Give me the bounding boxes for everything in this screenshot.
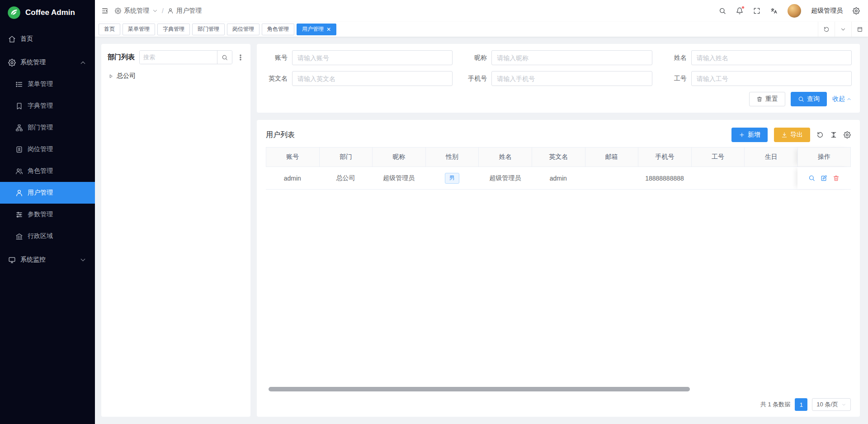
- chevron-down-icon: [841, 402, 846, 407]
- screen-icon: [857, 26, 863, 33]
- department-tree: 总公司: [108, 70, 244, 82]
- column-header-account[interactable]: 账号: [266, 148, 319, 167]
- search-icon: [798, 96, 804, 102]
- sidebar-item-menu-mgmt[interactable]: 菜单管理: [0, 73, 95, 95]
- field-label: 工号: [664, 75, 691, 83]
- sidebar-item-monitor[interactable]: 系统监控: [0, 249, 95, 271]
- user-icon: [167, 8, 174, 14]
- cell-gender: 男: [425, 167, 479, 189]
- refresh-tab-button[interactable]: [818, 22, 835, 37]
- column-header-en-name[interactable]: 英文名: [532, 148, 585, 167]
- column-header-name[interactable]: 姓名: [478, 148, 532, 167]
- cell-dept: 总公司: [319, 167, 373, 189]
- form-item-phone: 手机号: [464, 71, 652, 86]
- collapse-button[interactable]: 收起: [832, 95, 852, 103]
- chevron-down-icon[interactable]: [152, 8, 158, 14]
- sidebar-item-role-mgmt[interactable]: 角色管理: [0, 160, 95, 182]
- sidebar-item-label: 用户管理: [28, 189, 53, 197]
- notifications-button[interactable]: [736, 7, 743, 14]
- column-settings-gear-icon[interactable]: [844, 131, 851, 138]
- sidebar-menu: 首页 系统管理 菜单管理 字典管理 部门管理: [0, 25, 95, 424]
- sidebar-item-region-mgmt[interactable]: 行政区域: [0, 225, 95, 247]
- close-icon[interactable]: ✕: [326, 27, 331, 32]
- column-header-nickname[interactable]: 昵称: [372, 148, 425, 167]
- cell-phone: 18888888888: [638, 167, 691, 189]
- sidebar-item-dept-mgmt[interactable]: 部门管理: [0, 117, 95, 138]
- sidebar-item-label: 角色管理: [28, 167, 53, 175]
- app-logo[interactable]: Coffee Admin: [0, 0, 95, 25]
- sidebar-item-label: 首页: [20, 35, 33, 43]
- top-bar: 系统管理 / 用户管理 超级管理员: [95, 0, 868, 22]
- tab-home[interactable]: 首页: [99, 24, 120, 35]
- phone-input[interactable]: [491, 71, 652, 86]
- gear-icon: [8, 59, 16, 67]
- search-icon[interactable]: [719, 7, 726, 14]
- cell-work-no: [691, 167, 745, 189]
- username[interactable]: 超级管理员: [811, 7, 843, 15]
- query-button[interactable]: 查询: [791, 92, 827, 106]
- work-no-input[interactable]: [691, 71, 852, 86]
- user-icon: [15, 189, 23, 197]
- cell-account: admin: [266, 167, 319, 189]
- table-row[interactable]: admin 总公司 超级管理员 男 超级管理员 admin 1888888888…: [266, 167, 851, 190]
- export-button[interactable]: 导出: [774, 128, 810, 142]
- column-header-email[interactable]: 邮箱: [585, 148, 638, 167]
- column-header-phone[interactable]: 手机号: [638, 148, 691, 167]
- account-input[interactable]: [292, 50, 453, 65]
- sidebar-item-label: 部门管理: [28, 124, 53, 132]
- field-label: 账号: [265, 54, 292, 62]
- sidebar-item-label: 系统监控: [20, 256, 46, 264]
- avatar[interactable]: [788, 4, 801, 18]
- column-header-work-no[interactable]: 工号: [691, 148, 745, 167]
- add-button[interactable]: 新增: [731, 128, 768, 142]
- column-header-gender[interactable]: 性别: [425, 148, 479, 167]
- view-icon[interactable]: [808, 175, 815, 181]
- breadcrumb: 系统管理 / 用户管理: [115, 7, 202, 15]
- en-name-input[interactable]: [292, 71, 453, 86]
- tab-role-mgmt[interactable]: 角色管理: [262, 24, 294, 35]
- tab-menu-mgmt[interactable]: 菜单管理: [123, 24, 155, 35]
- tab-dict-mgmt[interactable]: 字典管理: [157, 24, 190, 35]
- sidebar-item-home[interactable]: 首页: [0, 28, 95, 50]
- sidebar-item-dict-mgmt[interactable]: 字典管理: [0, 95, 95, 117]
- tab-dept-mgmt[interactable]: 部门管理: [192, 24, 225, 35]
- department-search-button[interactable]: [217, 51, 232, 64]
- search-icon: [222, 54, 228, 61]
- column-header-dept[interactable]: 部门: [319, 148, 373, 167]
- department-search-input[interactable]: [140, 51, 217, 64]
- content-fullscreen-button[interactable]: [851, 22, 868, 37]
- reset-button[interactable]: 重置: [749, 92, 785, 106]
- user-list-actions: 新增 导出: [731, 128, 851, 142]
- bank-icon: [15, 233, 23, 240]
- form-item-en-name: 英文名: [265, 71, 453, 86]
- field-label: 英文名: [265, 75, 292, 83]
- edit-icon[interactable]: [821, 175, 827, 181]
- tree-item-head-office[interactable]: 总公司: [108, 70, 244, 82]
- delete-icon[interactable]: [833, 175, 840, 181]
- chevron-down-icon: [79, 256, 87, 264]
- translate-icon[interactable]: [770, 7, 778, 14]
- fullscreen-icon[interactable]: [753, 7, 760, 14]
- settings-gear-icon[interactable]: [853, 7, 860, 14]
- nickname-input[interactable]: [491, 50, 652, 65]
- page-number-button[interactable]: 1: [795, 398, 807, 411]
- tab-menu-button[interactable]: [835, 22, 851, 37]
- breadcrumb-system[interactable]: 系统管理: [124, 7, 149, 15]
- caret-right-icon[interactable]: [108, 74, 113, 79]
- sidebar-item-user-mgmt[interactable]: 用户管理: [0, 182, 95, 204]
- more-options-icon[interactable]: [237, 54, 244, 61]
- page-size-select[interactable]: 10 条/页: [812, 398, 851, 411]
- sidebar-item-system[interactable]: 系统管理: [0, 52, 95, 73]
- horizontal-scrollbar[interactable]: [269, 387, 690, 391]
- tab-user-mgmt[interactable]: 用户管理 ✕: [297, 24, 336, 35]
- table-header-row: 账号 部门 昵称 性别 姓名 英文名 邮箱 手机号 工号 生日 操作: [266, 147, 851, 167]
- name-input[interactable]: [691, 50, 852, 65]
- sidebar-item-post-mgmt[interactable]: 岗位管理: [0, 138, 95, 160]
- density-icon[interactable]: [830, 131, 837, 138]
- main-area: 系统管理 / 用户管理 超级管理员 首页 菜单管: [95, 0, 868, 424]
- column-header-birthday[interactable]: 生日: [744, 148, 797, 167]
- sidebar-item-param-mgmt[interactable]: 参数管理: [0, 204, 95, 225]
- refresh-icon[interactable]: [816, 131, 824, 138]
- menu-fold-icon[interactable]: [101, 7, 108, 14]
- tab-post-mgmt[interactable]: 岗位管理: [227, 24, 259, 35]
